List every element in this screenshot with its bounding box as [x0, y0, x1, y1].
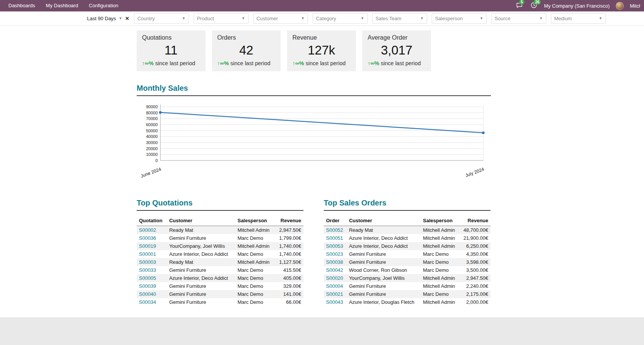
record-cell[interactable]: S00023: [324, 250, 347, 258]
trend-percent: ∞%: [295, 60, 304, 66]
record-cell[interactable]: S00003: [137, 258, 167, 266]
data-cell: 141.00€: [275, 290, 303, 298]
messages-menu-button[interactable]: 5: [515, 2, 523, 10]
record-cell[interactable]: S00053: [324, 242, 347, 250]
data-cell: Mitchell Admin: [421, 234, 459, 242]
record-cell[interactable]: S00002: [137, 226, 167, 234]
filter-sales-team[interactable]: Sales Team▼: [372, 13, 427, 24]
filter-medium[interactable]: Medium▼: [551, 13, 606, 24]
filter-country[interactable]: Country▼: [134, 13, 189, 24]
record-link[interactable]: S00036: [139, 235, 156, 241]
filter-placeholder: Salesperson: [435, 16, 463, 21]
record-link[interactable]: S00020: [326, 275, 343, 281]
record-link[interactable]: S00040: [139, 291, 156, 297]
kpi-label: Orders: [217, 34, 275, 41]
record-cell[interactable]: S00036: [137, 234, 167, 242]
svg-text:June 2024: June 2024: [140, 167, 162, 179]
table-row: S00040Gemini FurnitureMarc Demo141.00€: [137, 290, 303, 298]
data-cell: 329.00€: [275, 282, 303, 290]
record-cell[interactable]: S00001: [137, 250, 167, 258]
data-cell: 405.00€: [275, 274, 303, 282]
trend-suffix: since last period: [155, 60, 195, 66]
company-switcher[interactable]: My Company (San Francisco): [544, 3, 610, 9]
nav-item-my-dashboard[interactable]: My Dashboard: [40, 0, 84, 11]
data-cell: Marc Demo: [235, 274, 274, 282]
remove-filter-icon[interactable]: ✕: [125, 16, 129, 21]
record-cell[interactable]: S00033: [137, 266, 167, 274]
table-row: S00043Azure Interior, Douglas FletchMitc…: [324, 298, 491, 306]
table-row: S00038Gemini FurnitureMarc Demo3,598.00€: [324, 258, 491, 266]
record-cell[interactable]: S00043: [324, 298, 347, 306]
record-cell[interactable]: S00034: [137, 298, 167, 306]
section-divider: [137, 210, 303, 211]
record-link[interactable]: S00034: [139, 299, 156, 305]
record-cell[interactable]: S00051: [324, 234, 347, 242]
record-cell[interactable]: S00004: [324, 282, 347, 290]
svg-text:40000: 40000: [146, 134, 158, 139]
record-link[interactable]: S00053: [326, 243, 343, 249]
nav-item-dashboards[interactable]: Dashboards: [3, 0, 40, 11]
record-cell[interactable]: S00040: [137, 290, 167, 298]
record-link[interactable]: S00052: [326, 227, 343, 233]
filter-salesperson[interactable]: Salesperson▼: [432, 13, 487, 24]
user-menu-name[interactable]: Mitchell Admin: [630, 3, 640, 9]
data-cell: 2,947.50€: [459, 274, 491, 282]
svg-text:70000: 70000: [146, 116, 158, 121]
table-header-row: QuotationCustomerSalespersonRevenue: [137, 215, 303, 226]
record-link[interactable]: S00033: [139, 267, 156, 273]
record-link[interactable]: S00004: [326, 283, 343, 289]
filter-source[interactable]: Source▼: [491, 13, 546, 24]
date-range-facet[interactable]: Last 90 Days ▼ ✕: [87, 16, 129, 21]
column-header: Order: [324, 215, 347, 226]
data-cell: Azure Interior, Deco Addict: [347, 242, 421, 250]
column-header: Customer: [347, 215, 421, 226]
kpi-value: 11: [142, 43, 200, 58]
chevron-down-icon: ▼: [599, 17, 602, 20]
data-cell: Azure Interior, Douglas Fletch: [347, 298, 421, 306]
kpi-trend: ↑∞% since last period: [368, 60, 426, 66]
record-link[interactable]: S00042: [326, 267, 343, 273]
record-cell[interactable]: S00039: [137, 282, 167, 290]
data-cell: Mitchell Admin: [421, 226, 459, 234]
monthly-sales-heading: Monthly Sales: [137, 83, 491, 93]
record-link[interactable]: S00001: [139, 251, 156, 257]
record-link[interactable]: S00005: [139, 275, 156, 281]
data-cell: Azure Interior, Deco Addict: [167, 250, 235, 258]
nav-item-configuration[interactable]: Configuration: [84, 0, 124, 11]
record-link[interactable]: S00038: [326, 259, 343, 265]
record-cell[interactable]: S00020: [324, 274, 347, 282]
record-cell[interactable]: S00042: [324, 266, 347, 274]
record-cell[interactable]: S00038: [324, 258, 347, 266]
record-link[interactable]: S00019: [139, 243, 156, 249]
filter-customer[interactable]: Customer▼: [253, 13, 308, 24]
table-row: S00042Wood Corner, Ron GibsonMarc Demo3,…: [324, 266, 491, 274]
record-link[interactable]: S00002: [139, 227, 156, 233]
table-row: S00003Ready MatMitchell Admin1,127.50€: [137, 258, 303, 266]
data-cell: Ready Mat: [347, 226, 421, 234]
record-cell[interactable]: S00021: [324, 290, 347, 298]
trend-percent: ∞%: [220, 60, 229, 66]
activities-menu-button[interactable]: 26: [529, 2, 538, 10]
record-link[interactable]: S00021: [326, 291, 343, 297]
record-link[interactable]: S00039: [139, 283, 156, 289]
data-cell: Mitchell Admin: [235, 242, 274, 250]
filter-category[interactable]: Category▼: [313, 13, 368, 24]
record-cell[interactable]: S00019: [137, 242, 167, 250]
trend-percent: ∞%: [370, 60, 379, 66]
record-link[interactable]: S00003: [139, 259, 156, 265]
data-cell: 6,250.00€: [459, 242, 491, 250]
data-cell: Azure Interior, Deco Addict: [167, 274, 235, 282]
filter-product[interactable]: Product▼: [194, 13, 249, 24]
record-link[interactable]: S00043: [326, 299, 343, 305]
kpi-value: 3,017: [368, 43, 426, 58]
record-link[interactable]: S00023: [326, 251, 343, 257]
record-cell[interactable]: S00005: [137, 274, 167, 282]
record-link[interactable]: S00051: [326, 235, 343, 241]
svg-text:30000: 30000: [146, 140, 158, 145]
user-avatar[interactable]: [616, 2, 624, 10]
record-cell[interactable]: S00052: [324, 226, 347, 234]
data-cell: Azure Interior, Deco Addict: [347, 234, 421, 242]
table-row: S00019YourCompany, Joel WillisMitchell A…: [137, 242, 303, 250]
filter-placeholder: Country: [137, 16, 155, 21]
data-cell: Mitchell Admin: [421, 282, 459, 290]
